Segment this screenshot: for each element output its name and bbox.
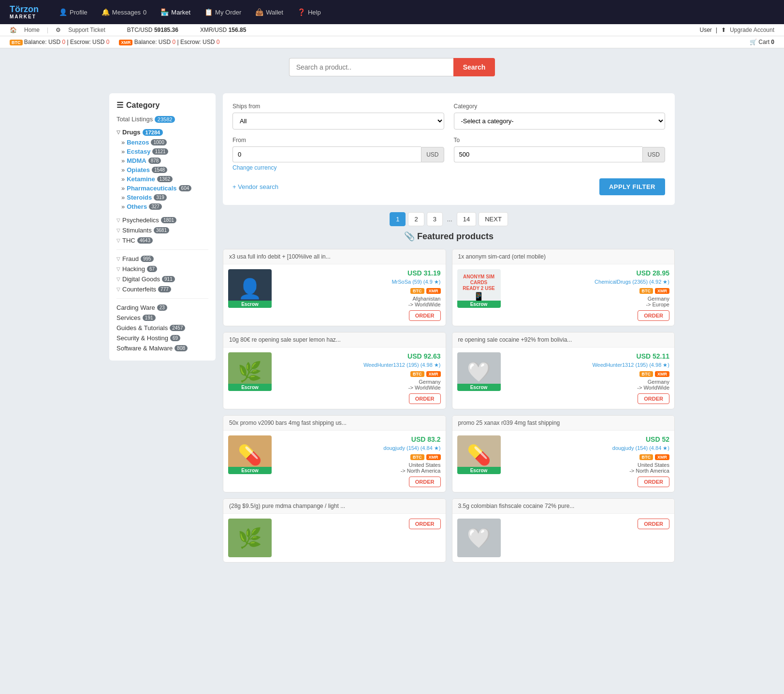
- cat-services[interactable]: Services 191: [116, 313, 208, 323]
- ship-info: Germany-> WorldWide: [276, 379, 441, 390]
- market-icon: 🏪: [160, 8, 169, 16]
- nav-help[interactable]: ❓ Help: [291, 4, 327, 20]
- cat-opiates[interactable]: » Opiates 1548: [121, 165, 208, 174]
- nav-messages[interactable]: 🔔 Messages 0: [96, 4, 152, 20]
- to-input[interactable]: [454, 146, 642, 162]
- change-currency-link[interactable]: Change currency: [232, 164, 276, 171]
- order-button[interactable]: ORDER: [638, 393, 669, 404]
- btc-payment-badge: BTC: [639, 371, 653, 377]
- product-body: 🤍 ORDER: [452, 514, 675, 562]
- cat-software-malware[interactable]: Software & Malware 808: [116, 343, 208, 353]
- cat-stimulants[interactable]: ▽ Stimulants 3681: [116, 225, 208, 235]
- nav-myorder[interactable]: 📋 My Order: [199, 4, 247, 20]
- order-button[interactable]: ORDER: [409, 477, 441, 487]
- cat-security-hosting[interactable]: Security & Hosting 69: [116, 333, 208, 343]
- cat-guides-tutorials[interactable]: Guides & Tutorials 2457: [116, 323, 208, 333]
- product-card: 10g 80€ re opening sale super lemon haz.…: [223, 332, 446, 409]
- filter-row-2: From USD Change currency To USD: [232, 137, 665, 171]
- to-label: To: [454, 137, 666, 144]
- from-currency: USD: [421, 147, 444, 162]
- category-list-icon: ☰: [116, 101, 123, 110]
- cat-fraud[interactable]: ▽ Fraud 995: [116, 254, 208, 264]
- cart-count: 0: [771, 39, 774, 45]
- cat-pharmaceuticals[interactable]: » Pharmaceuticals 604: [121, 184, 208, 193]
- payment-badges: BTC XMR: [506, 288, 670, 294]
- cat-steroids[interactable]: » Steroids 319: [121, 193, 208, 202]
- page-btn-2[interactable]: 2: [408, 212, 424, 226]
- nav-profile[interactable]: 👤 Profile: [53, 4, 93, 20]
- apply-filter-button[interactable]: APPLY FILTER: [599, 178, 665, 195]
- nav-market-label: Market: [171, 9, 190, 16]
- product-title: x3 usa full info debit + [100%live all i…: [223, 249, 446, 264]
- page-btn-3[interactable]: 3: [427, 212, 443, 226]
- search-button[interactable]: Search: [453, 58, 495, 76]
- category-select[interactable]: -Select a category-: [454, 113, 666, 130]
- xmr-balance-value: 0: [172, 39, 175, 45]
- cat-thc[interactable]: ▽ THC 4643: [116, 235, 208, 246]
- xmr-balance-group: XMR Balance: USD 0 | Escrow: USD 0: [119, 39, 219, 45]
- total-listings-count: 23582: [155, 116, 175, 123]
- cat-mdma[interactable]: » MDMA 878: [121, 156, 208, 165]
- filter-row-1: Ships from All Category -Select a catego…: [232, 103, 665, 130]
- cat-others-drugs[interactable]: » Others 327: [121, 202, 208, 211]
- product-card: re opening sale cocaine +92% from bolivi…: [452, 332, 675, 409]
- order-button[interactable]: ORDER: [638, 310, 669, 321]
- top-navigation: Törzon MARKET 👤 Profile 🔔 Messages 0 🏪 M…: [0, 0, 784, 24]
- triangle-icon: ▽: [116, 266, 120, 272]
- cat-psychedelics[interactable]: ▽ Psychedelics 1801: [116, 215, 208, 225]
- order-button[interactable]: ORDER: [409, 519, 441, 529]
- from-input[interactable]: [232, 146, 421, 162]
- product-info: USD 52 dougjudy (154) (4.84 ★) BTC XMR U…: [506, 435, 670, 487]
- cat-drugs[interactable]: ▽ Drugs 17284: [116, 129, 208, 136]
- info-bar-row2: BTC Balance: USD 0 | Escrow: USD 0 XMR B…: [0, 36, 784, 48]
- order-button[interactable]: ORDER: [409, 393, 441, 404]
- search-input[interactable]: [289, 58, 453, 76]
- product-card: 1x anonym sim-card (ortel mobile) ANONYM…: [452, 249, 675, 326]
- cat-ketamine[interactable]: » Ketamine 1362: [121, 174, 208, 184]
- nav-market[interactable]: 🏪 Market: [155, 4, 196, 20]
- nav-wallet[interactable]: 👜 Wallet: [249, 4, 289, 20]
- sidebar-title: ☰ Category: [116, 101, 208, 110]
- order-button[interactable]: ORDER: [638, 519, 669, 529]
- cat-benzos[interactable]: » Benzos 1000: [121, 138, 208, 147]
- page-next-btn[interactable]: NEXT: [479, 212, 508, 226]
- vendor-search-link[interactable]: + Vendor search: [232, 183, 278, 190]
- btc-payment-badge: BTC: [639, 454, 653, 460]
- cat-carding-ware[interactable]: Carding Ware 23: [116, 303, 208, 313]
- product-price: USD 92.63: [276, 352, 441, 360]
- product-price: USD 52.11: [506, 352, 670, 360]
- payment-badges: BTC XMR: [506, 371, 670, 377]
- product-title: 3.5g colombian fishscale cocaine 72% pur…: [452, 499, 675, 514]
- triangle-icon: ▽: [116, 276, 120, 282]
- support-ticket-link[interactable]: Support Ticket: [68, 27, 105, 33]
- nav-help-label: Help: [308, 9, 321, 16]
- triangle-icon: ▽: [116, 238, 120, 243]
- product-info: USD 92.63 WeedHunter1312 (195) (4.98 ★) …: [276, 352, 441, 404]
- product-info: USD 83.2 dougjudy (154) (4.84 ★) BTC XMR…: [276, 435, 441, 487]
- ships-from-select[interactable]: All: [232, 113, 444, 130]
- xmr-payment-badge: XMR: [655, 371, 669, 377]
- product-image: 🤍 Escrow: [457, 352, 501, 391]
- cat-ecstasy[interactable]: » Ecstasy 1121: [121, 147, 208, 156]
- search-form: Search: [289, 58, 495, 76]
- main-content: Ships from All Category -Select a catego…: [223, 93, 675, 563]
- product-image: ANONYM SIM CARDSREADY 2 USE📱 Escrow: [457, 269, 501, 308]
- search-container: Search: [0, 48, 784, 86]
- cat-hacking[interactable]: ▽ Hacking 67: [116, 264, 208, 274]
- upgrade-account-link[interactable]: Upgrade Account: [730, 27, 774, 33]
- cat-counterfeits[interactable]: ▽ Counterfeits 777: [116, 284, 208, 294]
- filter-box: Ships from All Category -Select a catego…: [223, 93, 675, 205]
- escrow-badge: Escrow: [457, 384, 501, 391]
- product-price: USD 52: [506, 435, 670, 443]
- btc-balance-group: BTC Balance: USD 0 | Escrow: USD 0: [10, 39, 109, 45]
- home-link[interactable]: Home: [24, 27, 40, 33]
- order-button[interactable]: ORDER: [409, 310, 441, 321]
- page-btn-14[interactable]: 14: [457, 212, 476, 226]
- paperclip-icon: 📎: [404, 231, 415, 241]
- order-button[interactable]: ORDER: [638, 477, 669, 487]
- xmr-payment-badge: XMR: [655, 454, 669, 460]
- page-btn-1[interactable]: 1: [390, 212, 406, 226]
- cat-digital-goods[interactable]: ▽ Digital Goods 911: [116, 274, 208, 284]
- btc-badge: BTC: [10, 40, 23, 45]
- product-card: 3.5g colombian fishscale cocaine 72% pur…: [452, 498, 675, 563]
